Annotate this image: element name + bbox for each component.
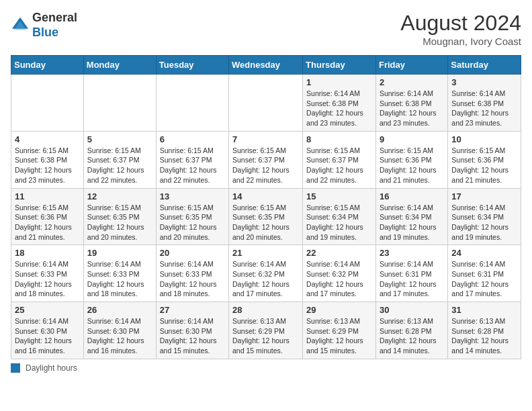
- day-info: Sunrise: 6:14 AMSunset: 6:38 PMDaylight:…: [380, 89, 444, 128]
- table-row: 29Sunrise: 6:13 AMSunset: 6:29 PMDayligh…: [303, 302, 376, 359]
- day-info: Sunrise: 6:13 AMSunset: 6:29 PMDaylight:…: [232, 316, 299, 356]
- day-info: Sunrise: 6:14 AMSunset: 6:38 PMDaylight:…: [306, 89, 372, 128]
- day-info: Sunrise: 6:14 AMSunset: 6:32 PMDaylight:…: [232, 259, 299, 299]
- day-number: 6: [160, 134, 225, 144]
- day-info: Sunrise: 6:15 AMSunset: 6:38 PMDaylight:…: [15, 146, 80, 185]
- day-number: 8: [306, 134, 372, 144]
- header-cell-tuesday: Tuesday: [156, 56, 228, 75]
- table-row: 18Sunrise: 6:14 AMSunset: 6:33 PMDayligh…: [11, 245, 84, 302]
- table-row: 26Sunrise: 6:14 AMSunset: 6:30 PMDayligh…: [83, 302, 156, 359]
- day-number: 22: [306, 248, 372, 258]
- table-row: 9Sunrise: 6:15 AMSunset: 6:36 PMDaylight…: [375, 131, 447, 188]
- day-info: Sunrise: 6:13 AMSunset: 6:28 PMDaylight:…: [451, 316, 517, 356]
- table-row: [156, 75, 228, 132]
- day-number: 20: [160, 248, 225, 258]
- day-number: 18: [15, 248, 80, 258]
- table-row: [83, 75, 156, 132]
- table-row: 4Sunrise: 6:15 AMSunset: 6:38 PMDaylight…: [11, 131, 84, 188]
- day-number: 11: [15, 191, 80, 201]
- day-number: 29: [306, 305, 372, 315]
- day-number: 15: [306, 191, 372, 201]
- day-info: Sunrise: 6:14 AMSunset: 6:30 PMDaylight:…: [160, 316, 225, 356]
- table-row: 7Sunrise: 6:15 AMSunset: 6:37 PMDaylight…: [229, 131, 303, 188]
- logo-icon: [11, 16, 30, 35]
- day-info: Sunrise: 6:14 AMSunset: 6:38 PMDaylight:…: [451, 89, 517, 128]
- header-cell-wednesday: Wednesday: [229, 56, 303, 75]
- table-row: 8Sunrise: 6:15 AMSunset: 6:37 PMDaylight…: [303, 131, 376, 188]
- table-row: 17Sunrise: 6:14 AMSunset: 6:34 PMDayligh…: [448, 188, 521, 245]
- day-number: 3: [451, 77, 517, 87]
- day-number: 7: [232, 134, 299, 144]
- calendar-week-3: 11Sunrise: 6:15 AMSunset: 6:36 PMDayligh…: [11, 188, 521, 245]
- day-number: 2: [380, 77, 444, 87]
- table-row: 6Sunrise: 6:15 AMSunset: 6:37 PMDaylight…: [156, 131, 228, 188]
- table-row: 24Sunrise: 6:14 AMSunset: 6:31 PMDayligh…: [448, 245, 521, 302]
- day-info: Sunrise: 6:15 AMSunset: 6:35 PMDaylight:…: [160, 203, 225, 242]
- day-number: 21: [232, 248, 299, 258]
- day-number: 23: [380, 248, 444, 258]
- day-number: 31: [451, 305, 517, 315]
- day-number: 27: [160, 305, 225, 315]
- day-info: Sunrise: 6:14 AMSunset: 6:33 PMDaylight:…: [15, 259, 80, 299]
- day-number: 25: [15, 305, 80, 315]
- day-info: Sunrise: 6:15 AMSunset: 6:37 PMDaylight:…: [160, 146, 225, 185]
- table-row: 10Sunrise: 6:15 AMSunset: 6:36 PMDayligh…: [448, 131, 521, 188]
- table-row: 31Sunrise: 6:13 AMSunset: 6:28 PMDayligh…: [448, 302, 521, 359]
- calendar-table: SundayMondayTuesdayWednesdayThursdayFrid…: [11, 55, 521, 359]
- table-row: 13Sunrise: 6:15 AMSunset: 6:35 PMDayligh…: [156, 188, 228, 245]
- logo: General Blue: [11, 11, 77, 40]
- day-number: 17: [451, 191, 517, 201]
- table-row: [11, 75, 84, 132]
- day-number: 4: [15, 134, 80, 144]
- day-number: 14: [232, 191, 299, 201]
- day-number: 30: [380, 305, 444, 315]
- table-row: 11Sunrise: 6:15 AMSunset: 6:36 PMDayligh…: [11, 188, 84, 245]
- logo-text: General Blue: [32, 11, 77, 40]
- day-info: Sunrise: 6:14 AMSunset: 6:30 PMDaylight:…: [15, 316, 80, 356]
- table-row: 14Sunrise: 6:15 AMSunset: 6:35 PMDayligh…: [229, 188, 303, 245]
- day-number: 10: [451, 134, 517, 144]
- header-cell-friday: Friday: [375, 56, 447, 75]
- calendar-week-1: 1Sunrise: 6:14 AMSunset: 6:38 PMDaylight…: [11, 75, 521, 132]
- day-info: Sunrise: 6:15 AMSunset: 6:35 PMDaylight:…: [87, 203, 152, 242]
- header-cell-saturday: Saturday: [448, 56, 521, 75]
- table-row: 20Sunrise: 6:14 AMSunset: 6:33 PMDayligh…: [156, 245, 228, 302]
- day-number: 19: [87, 248, 152, 258]
- header-row: SundayMondayTuesdayWednesdayThursdayFrid…: [11, 56, 521, 75]
- calendar-week-4: 18Sunrise: 6:14 AMSunset: 6:33 PMDayligh…: [11, 245, 521, 302]
- day-number: 28: [232, 305, 299, 315]
- table-row: 30Sunrise: 6:13 AMSunset: 6:28 PMDayligh…: [375, 302, 447, 359]
- day-number: 5: [87, 134, 152, 144]
- table-row: 2Sunrise: 6:14 AMSunset: 6:38 PMDaylight…: [375, 75, 447, 132]
- day-number: 12: [87, 191, 152, 201]
- title-section: August 2024 Mougnan, Ivory Coast: [400, 11, 521, 47]
- day-info: Sunrise: 6:15 AMSunset: 6:36 PMDaylight:…: [451, 146, 517, 185]
- table-row: 15Sunrise: 6:15 AMSunset: 6:34 PMDayligh…: [303, 188, 376, 245]
- day-info: Sunrise: 6:15 AMSunset: 6:37 PMDaylight:…: [232, 146, 299, 185]
- day-number: 9: [380, 134, 444, 144]
- day-info: Sunrise: 6:14 AMSunset: 6:31 PMDaylight:…: [451, 259, 517, 299]
- table-row: 5Sunrise: 6:15 AMSunset: 6:37 PMDaylight…: [83, 131, 156, 188]
- day-number: 13: [160, 191, 225, 201]
- day-info: Sunrise: 6:13 AMSunset: 6:28 PMDaylight:…: [380, 316, 444, 356]
- table-row: 25Sunrise: 6:14 AMSunset: 6:30 PMDayligh…: [11, 302, 84, 359]
- table-row: 27Sunrise: 6:14 AMSunset: 6:30 PMDayligh…: [156, 302, 228, 359]
- header-cell-sunday: Sunday: [11, 56, 84, 75]
- day-info: Sunrise: 6:15 AMSunset: 6:34 PMDaylight:…: [306, 203, 372, 242]
- day-info: Sunrise: 6:14 AMSunset: 6:31 PMDaylight:…: [380, 259, 444, 299]
- calendar-header: SundayMondayTuesdayWednesdayThursdayFrid…: [11, 56, 521, 75]
- table-row: 28Sunrise: 6:13 AMSunset: 6:29 PMDayligh…: [229, 302, 303, 359]
- table-row: [229, 75, 303, 132]
- table-row: 22Sunrise: 6:14 AMSunset: 6:32 PMDayligh…: [303, 245, 376, 302]
- day-info: Sunrise: 6:13 AMSunset: 6:29 PMDaylight:…: [306, 316, 372, 356]
- table-row: 19Sunrise: 6:14 AMSunset: 6:33 PMDayligh…: [83, 245, 156, 302]
- footer: Daylight hours: [11, 363, 521, 373]
- location: Mougnan, Ivory Coast: [400, 36, 521, 47]
- day-info: Sunrise: 6:14 AMSunset: 6:32 PMDaylight:…: [306, 259, 372, 299]
- day-number: 16: [380, 191, 444, 201]
- table-row: 3Sunrise: 6:14 AMSunset: 6:38 PMDaylight…: [448, 75, 521, 132]
- calendar-week-2: 4Sunrise: 6:15 AMSunset: 6:38 PMDaylight…: [11, 131, 521, 188]
- day-info: Sunrise: 6:14 AMSunset: 6:33 PMDaylight:…: [87, 259, 152, 299]
- calendar-body: 1Sunrise: 6:14 AMSunset: 6:38 PMDaylight…: [11, 75, 521, 359]
- day-number: 24: [451, 248, 517, 258]
